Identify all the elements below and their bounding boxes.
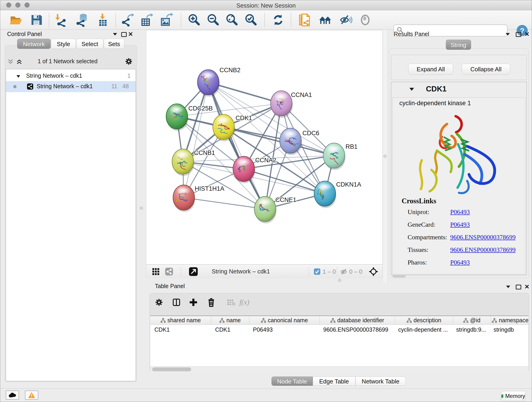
import-network-icon[interactable]	[53, 13, 67, 27]
panel-close-icon[interactable]: ✕	[525, 32, 530, 36]
table-horizontal-scrollbar[interactable]	[150, 366, 528, 372]
tab-network[interactable]: Network	[17, 39, 51, 49]
birdseye-grid-icon[interactable]	[152, 268, 159, 276]
tab-network-table[interactable]: Network Table	[355, 376, 406, 386]
panel-menu-icon[interactable]	[506, 286, 510, 288]
network-node-CDKN1A[interactable]	[314, 181, 336, 208]
network-node-CCNE1[interactable]	[254, 196, 277, 223]
left-splitter-handle[interactable]	[140, 206, 143, 210]
network-node-RB1[interactable]	[323, 143, 346, 170]
gene-collapse-icon[interactable]	[409, 88, 414, 92]
network-collection-row[interactable]: String Network – cdk1 1	[6, 72, 136, 80]
network-node-HIST1H1A[interactable]	[173, 185, 195, 212]
eye-icon[interactable]	[358, 13, 372, 27]
zoom-selected-icon[interactable]	[244, 13, 258, 27]
table-cell[interactable]: stringdb	[489, 326, 528, 333]
network-view-title: String Network – cdk1	[212, 268, 270, 275]
hide-unhide-icon[interactable]	[339, 13, 352, 27]
zoom-out-icon[interactable]	[206, 13, 220, 27]
warning-button[interactable]	[25, 390, 38, 400]
zoom-in-icon[interactable]	[187, 13, 201, 27]
network-node-CCNA1[interactable]	[271, 91, 293, 118]
column-header-@id[interactable]: @id	[453, 316, 491, 325]
table-row[interactable]: CDK1CDK1P064939606.ENSP00000378699cyclin…	[150, 325, 528, 334]
table-cell[interactable]: stringdb:9...	[452, 326, 489, 333]
network-node-CCNB1[interactable]	[172, 149, 194, 176]
network-node-CDC25B[interactable]	[166, 104, 188, 131]
add-column-icon[interactable]	[189, 298, 197, 307]
tab-style[interactable]: Style	[51, 39, 76, 49]
export-network-icon[interactable]	[121, 13, 135, 27]
status-bar: Memory	[0, 389, 532, 402]
export-image-icon[interactable]	[159, 13, 173, 27]
collapse-all-button[interactable]: Collapse All	[462, 64, 510, 75]
network-edge-HIST1H1A-CCNE1[interactable]	[184, 198, 265, 209]
right-splitter-handle[interactable]	[383, 155, 386, 158]
tab-select[interactable]: Select	[76, 39, 103, 49]
column-header-shared-name[interactable]: shared name	[150, 316, 211, 325]
expand-all-button[interactable]: Expand All	[408, 64, 453, 75]
save-session-icon[interactable]	[30, 13, 43, 27]
cloud-button[interactable]	[6, 390, 19, 400]
table-cell[interactable]: P06493	[249, 326, 319, 333]
card-scrollbar-thumb[interactable]	[393, 275, 406, 278]
open-in-window-icon[interactable]	[189, 267, 198, 276]
column-header-namespace[interactable]: namespace	[491, 316, 528, 325]
network-row-selected[interactable]: String Network – cdk1 11 48	[6, 81, 136, 92]
open-session-icon[interactable]	[9, 13, 23, 27]
network-canvas[interactable]: CCNB2CCNA1CDC25BCDK1CDC6RB1CCNB1CCNA2CDK…	[146, 30, 383, 264]
protein-structure-image	[410, 112, 506, 198]
tab-edge-table[interactable]: Edge Table	[313, 376, 355, 386]
network-node-CDK1[interactable]	[213, 114, 235, 141]
crosslink-link[interactable]: P06493	[450, 208, 470, 216]
hidden-eye-slash-icon[interactable]	[340, 268, 348, 277]
import-table-icon[interactable]	[96, 13, 109, 27]
panel-close-icon[interactable]: ✕	[128, 32, 133, 36]
zoom-fit-icon[interactable]	[225, 13, 239, 27]
scrollbar-thumb[interactable]	[152, 367, 191, 371]
panel-menu-icon[interactable]	[506, 33, 510, 36]
tab-sets[interactable]: Sets	[104, 39, 124, 49]
column-header-database-identifier[interactable]: database identifier	[320, 316, 395, 325]
delete-column-trash-icon[interactable]	[207, 298, 215, 308]
panel-float-icon[interactable]	[121, 32, 127, 37]
table-cell[interactable]: 9606.ENSP00000378699	[319, 326, 394, 333]
network-graph[interactable]: CCNB2CCNA1CDC25BCDK1CDC6RB1CCNB1CCNA2CDK…	[146, 31, 382, 264]
main-toolbar: ?	[0, 10, 532, 30]
network-edge-CCNB2-HIST1H1A[interactable]	[184, 82, 208, 198]
table-cell[interactable]: cyclin-dependent ...	[394, 326, 452, 333]
table-settings-gear-icon[interactable]	[155, 298, 163, 307]
fit-selected-crosshair-icon[interactable]	[369, 267, 378, 277]
string-import-icon[interactable]	[298, 13, 312, 27]
network-share-icon[interactable]	[165, 268, 173, 275]
selected-checkbox-icon[interactable]	[314, 268, 320, 275]
import-network-from-database-icon[interactable]	[75, 13, 88, 27]
tree-expand-icon[interactable]	[17, 75, 20, 79]
home-layout-icon[interactable]	[318, 13, 332, 27]
tab-string[interactable]: String	[446, 40, 471, 50]
network-options-gear-icon[interactable]	[125, 57, 133, 66]
crosslink-link[interactable]: 9606.ENSP00000378699	[450, 234, 515, 241]
column-header-description[interactable]: description	[395, 316, 453, 325]
crosslink-link[interactable]: 9606.ENSP00000378699	[450, 246, 515, 254]
panel-menu-icon[interactable]	[113, 33, 117, 36]
table-cell[interactable]: CDK1	[150, 326, 211, 333]
table-cell[interactable]: CDK1	[211, 326, 249, 333]
memory-button[interactable]: Memory	[501, 391, 525, 401]
panel-close-icon[interactable]: ✕	[525, 284, 530, 289]
refresh-icon[interactable]	[271, 13, 285, 27]
crosslink-link[interactable]: P06493	[450, 221, 470, 228]
network-node-CDC6[interactable]	[280, 128, 302, 155]
bottom-splitter-handle[interactable]	[338, 279, 341, 282]
column-header-name[interactable]: name	[211, 316, 249, 325]
toolbar-separator	[309, 267, 309, 276]
panel-float-icon[interactable]	[516, 285, 521, 289]
export-table-icon[interactable]	[140, 13, 154, 27]
panel-float-icon[interactable]	[516, 32, 521, 37]
network-node-CCNB2[interactable]	[197, 70, 220, 97]
show-columns-icon[interactable]	[172, 298, 181, 307]
crosslink-link[interactable]: P06493	[450, 259, 470, 266]
tab-node-table[interactable]: Node Table	[272, 376, 313, 386]
column-header-canonical-name[interactable]: canonical name	[249, 316, 320, 325]
toolbar-separator	[264, 13, 265, 27]
